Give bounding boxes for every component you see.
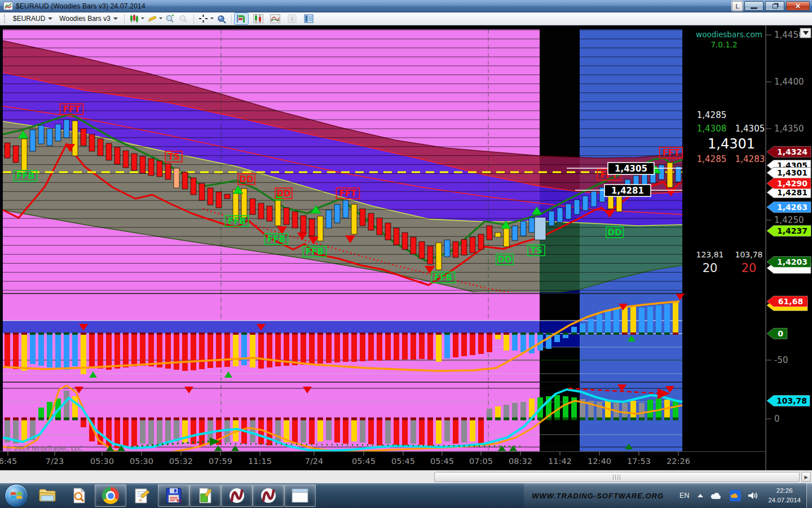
show-hidden-icons-button[interactable]: [697, 493, 704, 498]
crosshair-icon: [198, 14, 208, 23]
time-axis[interactable]: 6:457/2305:3005:3005:3207:5911:157/2405:…: [0, 452, 766, 470]
svg-text:6:45: 6:45: [0, 457, 17, 466]
svg-text:1,4324: 1,4324: [777, 147, 807, 156]
svg-text:1,4350: 1,4350: [774, 124, 804, 134]
svg-text:1,4237: 1,4237: [777, 226, 807, 235]
svg-text:7/23: 7/23: [46, 457, 64, 466]
chart-style-candles-button[interactable]: [251, 13, 265, 24]
chrome-icon: [102, 487, 119, 504]
svg-text:1,4285: 1,4285: [697, 154, 727, 164]
weather-cloud-icon: [730, 490, 741, 501]
svg-text:FFT: FFT: [63, 104, 81, 115]
close-button[interactable]: ✕: [786, 1, 810, 11]
draw-button[interactable]: [145, 13, 159, 24]
magnify-button[interactable]: [215, 13, 228, 24]
weather-app-icon[interactable]: [730, 490, 741, 501]
ninjatrader-icon: [260, 487, 277, 504]
window-icon: [291, 488, 309, 503]
svg-text:1,4308: 1,4308: [697, 124, 727, 134]
taskbar-editor[interactable]: [189, 484, 221, 507]
chart-app-icon: [3, 2, 13, 10]
svg-text:1,4305: 1,4305: [735, 124, 765, 134]
taskbar-search[interactable]: [63, 484, 95, 507]
svg-text:7/24: 7/24: [305, 457, 324, 466]
taskbar-ninjatrader-1[interactable]: [221, 484, 253, 507]
chart-app-icon-glyph: [5, 3, 12, 9]
zoom-in-button[interactable]: [164, 13, 177, 24]
svg-text:1,4250: 1,4250: [774, 215, 804, 225]
svg-text:22:26: 22:26: [667, 457, 690, 466]
zoom-out-button[interactable]: [177, 13, 191, 24]
template-dropdown[interactable]: Woodies Bars v3: [56, 14, 121, 24]
window-titlebar: $EURAUD (Woodies Bars v3) 24.07.2014 L ✕: [0, 0, 812, 12]
link-button[interactable]: L: [732, 1, 743, 11]
close-icon: ✕: [795, 2, 801, 10]
hscrollbar-right-arrow[interactable]: ▶: [801, 472, 811, 482]
crosshair-button[interactable]: [197, 13, 210, 24]
price-chart-canvas[interactable]: FFTTSFFBDDDDFFTFFBFFBFFBFFBDDTSDDFFTFFT1…: [0, 25, 812, 470]
svg-text:-50: -50: [774, 355, 788, 365]
windows-flag-icon: [10, 490, 23, 501]
svg-text:DD: DD: [608, 227, 622, 238]
svg-text:05:45: 05:45: [391, 457, 415, 466]
dollar-icon: $: [288, 14, 297, 23]
svg-text:0: 0: [778, 329, 783, 338]
toolbar-grip[interactable]: [4, 14, 7, 23]
svg-text:woodiesbars.com: woodiesbars.com: [696, 30, 762, 39]
taskbar-notepad[interactable]: [126, 484, 158, 507]
minimize-button[interactable]: [744, 1, 764, 11]
taskbar-explorer[interactable]: [32, 484, 63, 507]
instrument-label: $EURAUD: [13, 15, 45, 23]
data-series-button[interactable]: $: [285, 13, 299, 24]
svg-text:08:32: 08:32: [509, 457, 532, 466]
chart-style-line-button[interactable]: [268, 13, 282, 24]
taskbar-chart-window[interactable]: [284, 484, 316, 507]
instrument-dropdown[interactable]: $EURAUD: [10, 14, 56, 24]
svg-text:1,4203: 1,4203: [777, 257, 807, 266]
svg-text:TS: TS: [530, 246, 542, 256]
svg-text:61,68: 61,68: [778, 297, 803, 306]
taskbar-save-tool[interactable]: 64: [158, 484, 189, 507]
line-style-icon: [270, 14, 280, 23]
network-cloud-icon[interactable]: [710, 492, 723, 500]
svg-text:FFB: FFB: [434, 273, 452, 283]
svg-text:© 2014 NinjaTrader, LLC: © 2014 NinjaTrader, LLC: [6, 445, 82, 452]
speaker-icon: [748, 491, 759, 500]
chart-style-bars-button[interactable]: [235, 13, 248, 24]
svg-text:123,81: 123,81: [696, 250, 724, 259]
bars-style-icon: [236, 14, 246, 23]
language-indicator[interactable]: EN: [679, 492, 689, 500]
candles-icon: [129, 14, 139, 23]
system-tray: WWW.TRADING-SOFTWARE.ORG EN: [524, 483, 812, 508]
restore-button[interactable]: [765, 1, 784, 11]
volume-button[interactable]: [748, 491, 759, 500]
taskbar-chrome[interactable]: [95, 484, 126, 507]
minimize-icon: [751, 7, 757, 9]
svg-text:$: $: [290, 15, 294, 23]
svg-text:FFB: FFB: [267, 234, 285, 244]
show-desktop-button[interactable]: [806, 483, 812, 508]
hscrollbar-thumb[interactable]: [434, 472, 800, 482]
zoom-in-icon: [165, 14, 175, 23]
svg-text:07:59: 07:59: [209, 457, 232, 466]
svg-text:64: 64: [176, 498, 181, 502]
svg-text:05:30: 05:30: [130, 457, 153, 466]
svg-text:1,4281: 1,4281: [777, 188, 807, 197]
taskbar-clock[interactable]: 22:26 24.07.2014: [768, 486, 801, 505]
svg-text:1,4305: 1,4305: [615, 164, 647, 174]
svg-text:1,4301: 1,4301: [777, 168, 807, 177]
window-title: $EURAUD (Woodies Bars v3) 24.07.2014: [16, 2, 145, 10]
chart-toolbar: $EURAUD Woodies Bars v3: [0, 12, 812, 25]
desktop: $EURAUD (Woodies Bars v3) 24.07.2014 L ✕…: [0, 0, 812, 508]
notepad-pencil-icon: [134, 487, 151, 504]
start-button[interactable]: [5, 484, 28, 507]
svg-text:12:40: 12:40: [588, 457, 611, 466]
search-document-icon: [71, 487, 87, 504]
panel-properties-button[interactable]: [302, 13, 316, 24]
svg-text:DD: DD: [277, 189, 291, 199]
panel-grid-icon: [304, 14, 314, 23]
bar-type-button[interactable]: [127, 13, 141, 24]
svg-text:0: 0: [774, 414, 780, 424]
taskbar-ninjatrader-2[interactable]: [253, 484, 284, 507]
svg-text:DD: DD: [240, 174, 254, 185]
